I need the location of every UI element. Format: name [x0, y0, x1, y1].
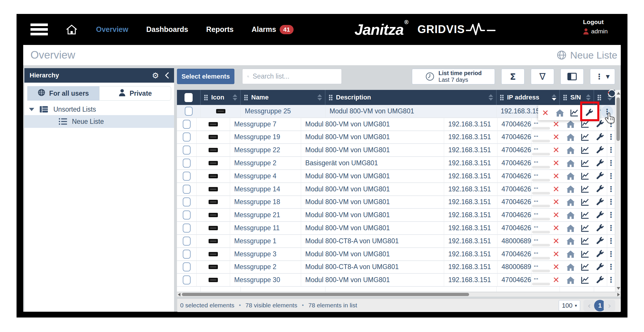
column-header[interactable]: Description: [325, 90, 497, 105]
chart-action-icon[interactable]: [578, 159, 592, 167]
delete-action-icon[interactable]: ✕: [538, 108, 553, 118]
row-checkbox[interactable]: [183, 159, 191, 168]
sort-icons[interactable]: [552, 94, 556, 101]
row-checkbox[interactable]: [183, 237, 191, 246]
chart-action-icon[interactable]: [578, 198, 592, 206]
row-checkbox[interactable]: [185, 107, 193, 116]
horizontal-scrollbar[interactable]: [177, 292, 621, 297]
page-size-select[interactable]: 100 ▾: [559, 300, 580, 311]
wrench-action-icon[interactable]: [592, 262, 607, 272]
list-time-period-button[interactable]: List time period Last 7 days: [412, 69, 495, 84]
wrench-action-icon[interactable]: [592, 236, 607, 246]
home-action-icon[interactable]: [563, 159, 578, 168]
row-more-actions-button[interactable]: ⋮: [607, 222, 615, 234]
table-row[interactable]: Messgruppe 4 Modul 800-VM von UMG801 192…: [177, 170, 615, 183]
row-more-actions-button[interactable]: ⋮: [607, 248, 615, 260]
gear-icon[interactable]: ⚙: [152, 72, 159, 79]
table-row[interactable]: Messgruppe 18 Modul 800-VM von UMG801 19…: [177, 196, 615, 209]
sidebar-tab[interactable]: Private: [99, 86, 171, 101]
scroll-up-arrow[interactable]: [617, 92, 620, 95]
vertical-scroll-thumb[interactable]: [616, 97, 620, 141]
drag-handle-icon[interactable]: [598, 95, 601, 100]
sort-icons[interactable]: [586, 94, 591, 101]
previous-page-button[interactable]: ‹: [583, 300, 595, 311]
nav-item[interactable]: Reports: [206, 25, 234, 34]
delete-action-icon[interactable]: ✕: [549, 210, 563, 220]
delete-action-icon[interactable]: ✕: [549, 171, 563, 181]
delete-action-icon[interactable]: ✕: [549, 236, 563, 246]
collapse-panel-icon[interactable]: [165, 72, 169, 79]
table-row[interactable]: Messgruppe 22 Modul 800-VM von UMG801 19…: [177, 144, 615, 157]
chart-action-icon[interactable]: [578, 276, 592, 284]
row-more-actions-button[interactable]: ⋮: [607, 261, 615, 273]
chart-action-icon[interactable]: [578, 250, 592, 258]
delete-action-icon[interactable]: ✕: [549, 119, 563, 129]
home-action-icon[interactable]: [563, 211, 578, 219]
home-action-icon[interactable]: [563, 250, 578, 258]
more-options-button[interactable]: ⋮ ▼: [590, 69, 615, 84]
row-more-actions-button[interactable]: ⋮: [607, 183, 615, 195]
sort-icons[interactable]: [317, 94, 322, 101]
delete-action-icon[interactable]: ✕: [549, 223, 563, 233]
nav-item[interactable]: Alarms 41: [252, 25, 294, 34]
row-more-actions-button[interactable]: ⋮: [607, 274, 615, 286]
drag-handle-icon[interactable]: [244, 95, 248, 100]
row-checkbox[interactable]: [183, 250, 191, 259]
column-header[interactable]: Icon: [201, 90, 241, 105]
logout-button[interactable]: Logout: [583, 19, 608, 26]
wrench-action-icon[interactable]: [592, 171, 607, 181]
column-header[interactable]: Name: [241, 90, 325, 105]
row-checkbox[interactable]: [183, 275, 191, 284]
chart-action-icon[interactable]: [578, 133, 592, 141]
wrench-action-icon[interactable]: [592, 211, 607, 220]
filter-button[interactable]: ∇: [531, 69, 554, 84]
row-more-actions-button[interactable]: ⋮: [607, 157, 615, 169]
row-checkbox[interactable]: [183, 146, 191, 155]
scroll-right-arrow[interactable]: [617, 293, 620, 296]
delete-action-icon[interactable]: ✕: [549, 184, 563, 194]
chart-action-icon[interactable]: [578, 172, 592, 180]
delete-action-icon[interactable]: ✕: [549, 275, 563, 285]
chart-action-icon[interactable]: [578, 224, 592, 232]
row-checkbox[interactable]: [183, 185, 191, 194]
row-checkbox[interactable]: [183, 172, 191, 181]
table-row[interactable]: Messgruppe 19 Modul 800-VM von UMG801 19…: [177, 131, 615, 144]
delete-action-icon[interactable]: ✕: [549, 145, 563, 155]
drag-handle-icon[interactable]: [563, 95, 567, 100]
table-row[interactable]: Messgruppe 30 Modul 800-VM von UMG801 19…: [177, 274, 615, 287]
delete-action-icon[interactable]: ✕: [549, 197, 563, 207]
row-more-actions-button[interactable]: ⋮: [607, 235, 615, 247]
wrench-action-icon[interactable]: [592, 249, 607, 259]
select-elements-button[interactable]: Select elements: [177, 69, 234, 84]
home-action-icon[interactable]: [563, 133, 578, 141]
table-row[interactable]: Messgruppe 3 Modul 800-VM von UMG801 192…: [177, 248, 615, 261]
chart-action-icon[interactable]: [578, 185, 592, 193]
home-action-icon[interactable]: [563, 224, 578, 233]
home-action-icon[interactable]: [563, 198, 578, 206]
search-input[interactable]: [249, 72, 341, 80]
wrench-action-icon[interactable]: [592, 184, 607, 194]
row-checkbox[interactable]: [183, 133, 191, 141]
delete-action-icon[interactable]: ✕: [549, 158, 563, 168]
drag-handle-icon[interactable]: [204, 95, 208, 100]
chart-action-icon[interactable]: [578, 237, 592, 245]
scroll-left-arrow[interactable]: [178, 293, 180, 296]
wrench-action-icon[interactable]: [592, 275, 607, 285]
tree-item-neue-liste[interactable]: Neue Liste: [24, 115, 174, 128]
home-icon[interactable]: [66, 24, 77, 35]
row-checkbox[interactable]: [183, 262, 191, 271]
row-checkbox[interactable]: [183, 224, 191, 233]
table-row[interactable]: Messgruppe 21 Modul 800-VM von UMG801 19…: [177, 209, 615, 222]
columns-button[interactable]: [560, 69, 584, 84]
nav-item[interactable]: Overview: [96, 25, 128, 34]
home-action-icon[interactable]: [563, 237, 578, 245]
scroll-down-arrow[interactable]: [617, 287, 620, 290]
table-row[interactable]: Messgruppe 11 Modul 800-VM von UMG801 19…: [177, 222, 615, 235]
next-page-button[interactable]: ›: [604, 300, 615, 311]
row-more-actions-button[interactable]: ⋮: [607, 170, 615, 182]
table-row[interactable]: Messgruppe 2 Modul 800-CT8-A von UMG801 …: [177, 261, 615, 274]
select-all-checkbox[interactable]: [184, 93, 193, 102]
table-row[interactable]: Messgruppe 14 Modul 800-VM von UMG801 19…: [177, 183, 615, 196]
chart-action-icon[interactable]: [567, 109, 582, 117]
row-more-actions-button[interactable]: ⋮: [607, 131, 615, 144]
